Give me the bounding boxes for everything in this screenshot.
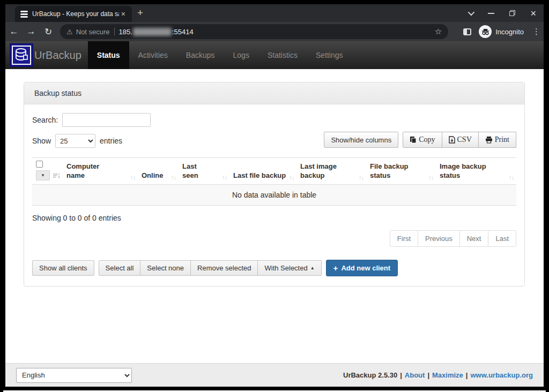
browser-titlebar: UrBackup - Keeps your data safe × + × <box>5 4 544 22</box>
header-dropdown-button[interactable]: ▼ <box>36 170 50 180</box>
col-image-backup-status[interactable]: Image backup status ↑↓ <box>436 162 517 180</box>
window-controls: × <box>468 4 544 22</box>
page-next-button[interactable]: Next <box>459 230 489 247</box>
clients-table: ▼ Computer name ↑↓ Online ↑↓ <box>32 157 516 206</box>
back-icon[interactable]: ← <box>5 26 23 37</box>
sort-icon[interactable]: ↑↓ <box>128 174 135 180</box>
with-selected-button[interactable]: With Selected ▲ <box>257 260 321 276</box>
nav-tab-backups[interactable]: Backups <box>177 41 224 69</box>
about-link[interactable]: About <box>405 371 425 379</box>
table-info-text: Showing 0 to 0 of 0 entries <box>32 214 516 222</box>
bookmark-star-icon[interactable]: ☆ <box>435 27 442 36</box>
col-last-image-backup[interactable]: Last image backup ↑↓ <box>297 162 367 180</box>
url-port-suffix: :55414 <box>172 28 194 36</box>
csv-button[interactable]: CSV <box>442 132 479 148</box>
incognito-badge: Incognito <box>479 25 524 38</box>
sort-icon[interactable]: ↑↓ <box>169 174 176 180</box>
caret-up-icon: ▲ <box>310 266 315 270</box>
reload-icon[interactable]: ↻ <box>40 26 57 37</box>
plus-icon: + <box>333 263 338 273</box>
tab-search-chevron-icon[interactable] <box>468 9 475 16</box>
table-toolbar: Show/hide columns Copy CSV Print <box>324 132 516 148</box>
nav-tab-logs[interactable]: Logs <box>224 41 258 69</box>
col-last-seen[interactable]: Last seen ↑↓ <box>179 162 230 180</box>
copy-button[interactable]: Copy <box>403 132 442 148</box>
window-close-button[interactable]: × <box>530 9 536 18</box>
table-empty-message: No data available in table <box>32 185 516 206</box>
page-last-button[interactable]: Last <box>488 230 516 247</box>
tab-close-icon[interactable]: × <box>119 9 128 19</box>
nav-tab-activities[interactable]: Activities <box>129 41 177 69</box>
select-none-button[interactable]: Select none <box>140 260 191 276</box>
screenshot-root: UrBackup - Keeps your data safe × + × ← … <box>0 0 549 392</box>
urbackup-page: UrBackup Status Activities Backups Logs … <box>5 41 544 387</box>
forward-icon[interactable]: → <box>23 26 40 37</box>
backup-status-panel: Backup status Search: Show 25 entries <box>24 82 525 287</box>
sort-icon[interactable]: ↑↓ <box>357 174 363 180</box>
pagination: First Previous Next Last <box>390 230 516 247</box>
tab-title: UrBackup - Keeps your data safe <box>32 10 119 18</box>
caret-down-icon: ▼ <box>41 174 45 178</box>
sort-icon[interactable]: ↑↓ <box>287 174 294 180</box>
incognito-icon <box>479 25 492 38</box>
show-all-clients-button[interactable]: Show all clients <box>32 260 94 276</box>
app-navbar: UrBackup Status Activities Backups Logs … <box>5 41 544 69</box>
urbackup-org-link[interactable]: www.urbackup.org <box>470 371 533 379</box>
nav-tab-statistics[interactable]: Statistics <box>258 41 307 69</box>
urbackup-logo-icon <box>10 43 33 67</box>
url-redacted-segment <box>133 28 172 36</box>
sort-icon[interactable]: ↑↓ <box>220 174 227 180</box>
copy-icon <box>410 136 417 144</box>
search-input[interactable] <box>62 113 151 127</box>
address-bar[interactable]: ⚠ Not secure 185. :55414 ☆ <box>60 24 448 39</box>
version-text: UrBackup 2.5.30 <box>343 371 397 379</box>
browser-toolbar: ← → ↻ ⚠ Not secure 185. :55414 ☆ <box>5 22 544 41</box>
col-last-file-backup[interactable]: Last file backup ↑↓ <box>230 171 297 180</box>
nav-tab-status[interactable]: Status <box>88 41 129 69</box>
client-actions: Show all clients Select all Select none … <box>32 260 516 276</box>
print-icon <box>485 136 493 144</box>
print-button[interactable]: Print <box>478 132 516 148</box>
sort-icon[interactable]: ↑↓ <box>507 174 514 180</box>
page-footer: English UrBackup 2.5.30 | About | Maximi… <box>5 363 544 387</box>
not-secure-label: Not secure <box>76 28 110 36</box>
page-first-button[interactable]: First <box>390 230 418 247</box>
col-file-backup-status[interactable]: File backup status ↑↓ <box>367 162 436 180</box>
page-previous-button[interactable]: Previous <box>418 230 460 247</box>
omnibox-divider <box>114 28 115 35</box>
new-tab-button[interactable]: + <box>137 7 143 19</box>
show-hide-columns-button[interactable]: Show/hide columns <box>324 132 398 148</box>
language-select[interactable]: English <box>16 368 132 383</box>
browser-menu-icon[interactable]: ⋮ <box>529 27 544 36</box>
maximize-link[interactable]: Maximize <box>432 371 463 379</box>
urbackup-favicon-icon <box>20 11 28 18</box>
sort-amount-icon[interactable] <box>53 172 60 179</box>
brand[interactable]: UrBackup <box>5 41 81 69</box>
nav-tabs: Status Activities Backups Logs Statistic… <box>88 41 352 69</box>
minimize-button[interactable] <box>488 13 494 14</box>
col-computer-name[interactable]: Computer name ↑↓ <box>63 162 138 180</box>
add-new-client-button[interactable]: + Add new client <box>326 260 398 276</box>
csv-file-icon <box>449 136 455 144</box>
sort-icon[interactable]: ↑↓ <box>426 174 433 180</box>
brand-name: UrBackup <box>34 49 81 62</box>
col-online[interactable]: Online ↑↓ <box>138 171 179 180</box>
incognito-label: Incognito <box>495 28 524 36</box>
entries-label: entries <box>100 137 122 145</box>
side-panel-icon[interactable] <box>463 28 471 35</box>
select-all-checkbox[interactable] <box>36 161 43 168</box>
table-header-row: ▼ Computer name ↑↓ Online ↑↓ <box>32 158 516 185</box>
page-size-select[interactable]: 25 <box>55 134 95 148</box>
search-label: Search: <box>32 116 58 124</box>
restore-button[interactable] <box>509 10 515 16</box>
panel-title: Backup status <box>24 82 524 104</box>
remove-selected-button[interactable]: Remove selected <box>190 260 258 276</box>
not-secure-warning-icon[interactable]: ⚠ <box>66 28 73 36</box>
nav-tab-settings[interactable]: Settings <box>307 41 352 69</box>
select-all-button[interactable]: Select all <box>99 260 141 276</box>
browser-tab[interactable]: UrBackup - Keeps your data safe × <box>15 6 132 22</box>
show-label: Show <box>32 137 51 145</box>
url-ip-prefix: 185. <box>119 28 132 36</box>
